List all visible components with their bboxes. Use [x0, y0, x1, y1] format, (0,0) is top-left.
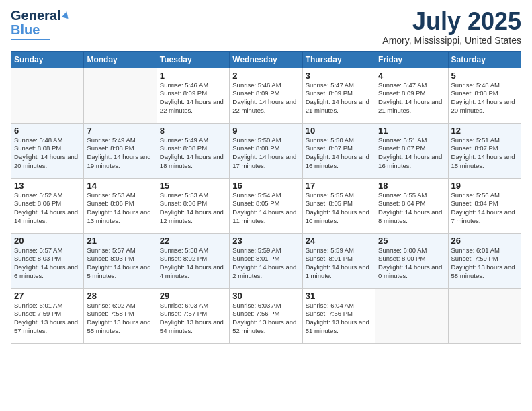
day-info: Sunrise: 6:03 AMSunset: 7:57 PMDaylight:… — [160, 302, 226, 336]
day-number: 3 — [306, 71, 372, 81]
calendar-week-row: 27Sunrise: 6:01 AMSunset: 7:59 PMDayligh… — [11, 288, 521, 343]
weekday-header: Monday — [84, 51, 157, 68]
calendar-cell: 14Sunrise: 5:53 AMSunset: 8:06 PMDayligh… — [84, 178, 157, 233]
calendar-week-row: 20Sunrise: 5:57 AMSunset: 8:03 PMDayligh… — [11, 233, 521, 288]
day-number: 13 — [14, 181, 81, 191]
calendar-cell: 22Sunrise: 5:58 AMSunset: 8:02 PMDayligh… — [157, 233, 229, 288]
day-number: 2 — [232, 71, 299, 81]
day-number: 15 — [160, 181, 226, 191]
day-number: 16 — [232, 181, 299, 191]
day-info: Sunrise: 6:01 AMSunset: 7:59 PMDaylight:… — [451, 246, 518, 281]
day-info: Sunrise: 5:47 AMSunset: 8:09 PMDaylight:… — [378, 81, 445, 116]
day-number: 17 — [306, 181, 372, 191]
day-number: 25 — [378, 236, 445, 246]
weekday-header-row: SundayMondayTuesdayWednesdayThursdayFrid… — [11, 51, 521, 68]
location: Amory, Mississippi, United States — [382, 35, 521, 46]
calendar-week-row: 13Sunrise: 5:52 AMSunset: 8:06 PMDayligh… — [11, 178, 521, 233]
calendar-week-row: 1Sunrise: 5:46 AMSunset: 8:09 PMDaylight… — [11, 68, 521, 123]
day-number: 5 — [451, 71, 518, 81]
calendar-cell: 4Sunrise: 5:47 AMSunset: 8:09 PMDaylight… — [375, 68, 448, 123]
day-info: Sunrise: 5:57 AMSunset: 8:03 PMDaylight:… — [87, 246, 153, 281]
day-info: Sunrise: 5:49 AMSunset: 8:08 PMDaylight:… — [160, 136, 226, 171]
day-number: 30 — [232, 291, 299, 301]
calendar-cell: 6Sunrise: 5:48 AMSunset: 8:08 PMDaylight… — [11, 123, 84, 178]
day-number: 29 — [160, 291, 226, 301]
day-number: 20 — [14, 236, 81, 246]
weekday-header: Friday — [375, 51, 448, 68]
calendar-cell: 30Sunrise: 6:03 AMSunset: 7:56 PMDayligh… — [230, 288, 302, 343]
calendar-cell: 26Sunrise: 6:01 AMSunset: 7:59 PMDayligh… — [448, 233, 521, 288]
weekday-header: Saturday — [448, 51, 521, 68]
logo-triangle-icon — [62, 10, 70, 18]
calendar-cell: 27Sunrise: 6:01 AMSunset: 7:59 PMDayligh… — [11, 288, 84, 343]
calendar-cell: 21Sunrise: 5:57 AMSunset: 8:03 PMDayligh… — [84, 233, 157, 288]
day-number: 7 — [87, 126, 153, 136]
day-number: 9 — [232, 126, 299, 136]
calendar-cell: 9Sunrise: 5:50 AMSunset: 8:08 PMDaylight… — [230, 123, 302, 178]
logo: General Blue — [11, 8, 69, 40]
weekday-header: Wednesday — [230, 51, 302, 68]
day-info: Sunrise: 5:53 AMSunset: 8:06 PMDaylight:… — [160, 191, 226, 226]
calendar-cell: 15Sunrise: 5:53 AMSunset: 8:06 PMDayligh… — [157, 178, 229, 233]
weekday-header: Thursday — [302, 51, 375, 68]
day-info: Sunrise: 5:58 AMSunset: 8:02 PMDaylight:… — [160, 246, 226, 281]
day-info: Sunrise: 5:56 AMSunset: 8:04 PMDaylight:… — [451, 191, 518, 226]
day-number: 14 — [87, 181, 153, 191]
day-info: Sunrise: 6:03 AMSunset: 7:56 PMDaylight:… — [232, 302, 299, 336]
calendar-cell — [11, 68, 84, 123]
header: General Blue July 2025 Amory, Mississipp… — [11, 8, 521, 46]
day-info: Sunrise: 5:46 AMSunset: 8:09 PMDaylight:… — [232, 81, 299, 116]
day-number: 22 — [160, 236, 226, 246]
logo-blue: Blue — [11, 22, 40, 38]
day-info: Sunrise: 5:48 AMSunset: 8:08 PMDaylight:… — [14, 136, 81, 171]
day-number: 4 — [378, 71, 445, 81]
day-number: 1 — [160, 71, 226, 81]
day-info: Sunrise: 5:51 AMSunset: 8:07 PMDaylight:… — [378, 136, 445, 171]
month-title: July 2025 — [382, 8, 521, 35]
day-info: Sunrise: 5:50 AMSunset: 8:07 PMDaylight:… — [306, 136, 372, 171]
calendar-cell: 11Sunrise: 5:51 AMSunset: 8:07 PMDayligh… — [375, 123, 448, 178]
day-number: 24 — [306, 236, 372, 246]
calendar-cell: 2Sunrise: 5:46 AMSunset: 8:09 PMDaylight… — [230, 68, 302, 123]
day-info: Sunrise: 6:02 AMSunset: 7:58 PMDaylight:… — [87, 302, 153, 336]
day-info: Sunrise: 5:55 AMSunset: 8:05 PMDaylight:… — [306, 191, 372, 226]
calendar-cell: 3Sunrise: 5:47 AMSunset: 8:09 PMDaylight… — [302, 68, 375, 123]
day-info: Sunrise: 5:52 AMSunset: 8:06 PMDaylight:… — [14, 191, 81, 226]
calendar-cell: 19Sunrise: 5:56 AMSunset: 8:04 PMDayligh… — [448, 178, 521, 233]
day-info: Sunrise: 6:01 AMSunset: 7:59 PMDaylight:… — [14, 302, 81, 336]
day-number: 6 — [14, 126, 81, 136]
weekday-header: Tuesday — [157, 51, 229, 68]
day-number: 28 — [87, 291, 153, 301]
calendar-cell — [448, 288, 521, 343]
calendar-cell: 23Sunrise: 5:59 AMSunset: 8:01 PMDayligh… — [230, 233, 302, 288]
calendar-cell: 20Sunrise: 5:57 AMSunset: 8:03 PMDayligh… — [11, 233, 84, 288]
calendar-cell: 17Sunrise: 5:55 AMSunset: 8:05 PMDayligh… — [302, 178, 375, 233]
day-number: 18 — [378, 181, 445, 191]
day-info: Sunrise: 5:57 AMSunset: 8:03 PMDaylight:… — [14, 246, 81, 281]
day-number: 27 — [14, 291, 81, 301]
calendar-cell: 18Sunrise: 5:55 AMSunset: 8:04 PMDayligh… — [375, 178, 448, 233]
day-info: Sunrise: 6:04 AMSunset: 7:56 PMDaylight:… — [306, 302, 372, 336]
day-number: 19 — [451, 181, 518, 191]
day-number: 11 — [378, 126, 445, 136]
day-number: 31 — [306, 291, 372, 301]
calendar-cell: 12Sunrise: 5:51 AMSunset: 8:07 PMDayligh… — [448, 123, 521, 178]
day-number: 10 — [306, 126, 372, 136]
day-info: Sunrise: 5:46 AMSunset: 8:09 PMDaylight:… — [160, 81, 226, 116]
calendar-cell: 5Sunrise: 5:48 AMSunset: 8:08 PMDaylight… — [448, 68, 521, 123]
calendar-cell — [84, 68, 157, 123]
day-info: Sunrise: 5:49 AMSunset: 8:08 PMDaylight:… — [87, 136, 153, 171]
calendar-cell: 7Sunrise: 5:49 AMSunset: 8:08 PMDaylight… — [84, 123, 157, 178]
day-info: Sunrise: 5:47 AMSunset: 8:09 PMDaylight:… — [306, 81, 372, 116]
calendar-week-row: 6Sunrise: 5:48 AMSunset: 8:08 PMDaylight… — [11, 123, 521, 178]
page: General Blue July 2025 Amory, Mississipp… — [0, 0, 532, 411]
calendar-cell: 10Sunrise: 5:50 AMSunset: 8:07 PMDayligh… — [302, 123, 375, 178]
logo-underline — [11, 39, 50, 40]
day-info: Sunrise: 5:54 AMSunset: 8:05 PMDaylight:… — [232, 191, 299, 226]
calendar-cell — [375, 288, 448, 343]
calendar-cell: 16Sunrise: 5:54 AMSunset: 8:05 PMDayligh… — [230, 178, 302, 233]
day-info: Sunrise: 5:48 AMSunset: 8:08 PMDaylight:… — [451, 81, 518, 116]
day-number: 8 — [160, 126, 226, 136]
calendar-cell: 13Sunrise: 5:52 AMSunset: 8:06 PMDayligh… — [11, 178, 84, 233]
calendar-cell: 25Sunrise: 6:00 AMSunset: 8:00 PMDayligh… — [375, 233, 448, 288]
